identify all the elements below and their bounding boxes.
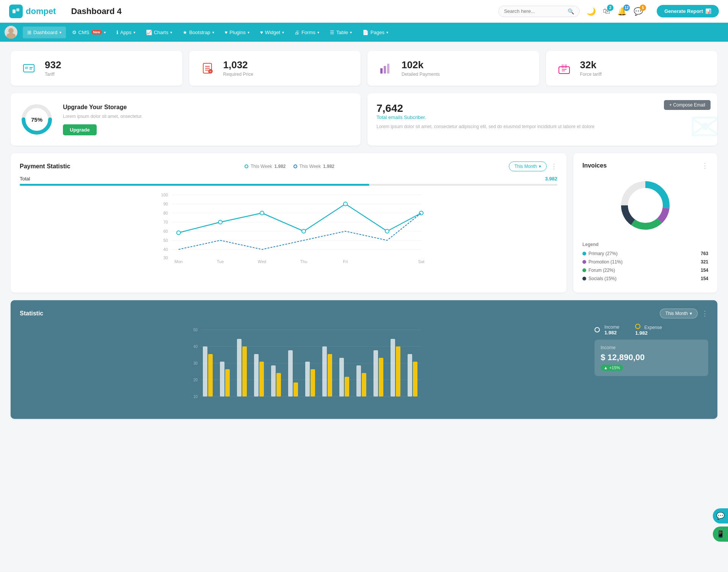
payment-progress-bar — [20, 184, 557, 186]
topbar-icons: 🌙 🛍 2 🔔 12 💬 5 Generate Report 📊 — [587, 5, 719, 17]
sidebar-item-plugins[interactable]: ♥ Plugins ▾ — [220, 27, 254, 38]
sidebar-item-forms[interactable]: 🖨 Forms ▾ — [290, 27, 324, 38]
stat-force-tariff-label: Force tariff — [580, 72, 602, 77]
sidebar-item-pages[interactable]: 📄 Pages ▾ — [358, 27, 393, 38]
legend-row-promotion: Promotion (11%) 321 — [582, 259, 708, 265]
stat-cards-row: 932 Tariff + 1,032 Required Price 102k D… — [11, 51, 717, 86]
dropdown-icon: ▾ — [539, 164, 541, 169]
svg-point-39 — [177, 231, 180, 235]
svg-text:Mon: Mon — [174, 259, 182, 264]
email-bg-icon: ✉ — [689, 105, 717, 146]
storage-text: Upgrade Your Storage Lorem ipsum dolor s… — [63, 104, 143, 135]
income-info: Income 1.982 — [604, 324, 619, 335]
charts-nav-icon: 📈 — [146, 30, 152, 35]
chat-icon[interactable]: 💬 5 — [634, 7, 643, 16]
legend-color-forum — [582, 268, 586, 272]
middle-row: 75% Upgrade Your Storage Lorem ipsum dol… — [11, 93, 717, 146]
forms-icon: 🖨 — [295, 30, 300, 35]
statistic-month-label: This Month — [665, 311, 688, 316]
income-value: 1.982 — [604, 330, 619, 335]
storage-percent: 75% — [31, 116, 42, 123]
income-item: Income 1.982 Expense 1.982 — [595, 324, 708, 336]
statistic-card: Statistic This Month ▾ ⋮ 50 40 30 20 10 — [11, 300, 717, 419]
legend-row-forum: Forum (22%) 154 — [582, 268, 708, 273]
chevron-down-icon-pages: ▾ — [386, 30, 388, 34]
income-box-label: Income — [601, 345, 702, 350]
email-description: Lorem ipsum dolor sit amet, consectetur … — [377, 123, 708, 130]
upgrade-button[interactable]: Upgrade — [63, 124, 97, 135]
income-expense-panel: Income 1.982 Expense 1.982 Income $ 12,8… — [595, 324, 708, 376]
svg-rect-67 — [203, 346, 207, 396]
statistic-title: Statistic — [20, 310, 43, 317]
income-arrow-icon: ▲ — [604, 365, 608, 370]
line-chart: 100 90 80 70 60 50 40 30 — [20, 191, 557, 268]
storage-description: Lorem ipsum dolor sit amet, onsectetur. — [63, 114, 143, 119]
nav-avatar — [5, 26, 17, 39]
svg-rect-83 — [339, 358, 344, 396]
widget-icon: ♥ — [260, 30, 263, 35]
chat-badge: 5 — [640, 5, 646, 11]
svg-rect-87 — [373, 350, 378, 396]
svg-text:Fri: Fri — [343, 259, 348, 264]
chevron-down-icon: ▾ — [60, 30, 61, 34]
this-month-label: This Month — [515, 164, 537, 169]
search-input[interactable] — [504, 8, 565, 14]
income-badge-value: +15% — [609, 365, 620, 370]
nav-pages-label: Pages — [370, 30, 384, 35]
legend-label-2: This Week — [300, 164, 321, 169]
pages-icon: 📄 — [362, 30, 369, 35]
svg-rect-78 — [293, 382, 298, 396]
shop-icon[interactable]: 🛍 2 — [603, 7, 610, 16]
sidebar-item-bootstrap[interactable]: ★ Bootstrap ▾ — [178, 27, 219, 38]
sidebar-item-charts[interactable]: 📈 Charts ▾ — [141, 27, 177, 38]
main-content: 932 Tariff + 1,032 Required Price 102k D… — [0, 42, 728, 428]
sidebar-item-dashboard[interactable]: ⊞ Dashboard ▾ — [23, 27, 66, 38]
stat-card-force-tariff: 32k Force tariff — [546, 51, 718, 86]
svg-text:Wed: Wed — [258, 259, 266, 264]
svg-rect-14 — [380, 68, 383, 74]
total-row: Total 3.982 — [20, 176, 557, 182]
theme-toggle-icon[interactable]: 🌙 — [587, 7, 596, 16]
svg-rect-16 — [387, 64, 389, 74]
svg-text:40: 40 — [163, 247, 168, 252]
chart-bar-icon: 📊 — [705, 8, 711, 14]
invoices-menu-icon[interactable]: ⋮ — [701, 161, 708, 170]
navbar: ⊞ Dashboard ▾ ⚙ CMS New ▾ ℹ Apps ▾ 📈 Cha… — [0, 23, 728, 42]
svg-rect-71 — [237, 339, 242, 396]
sidebar-item-cms[interactable]: ⚙ CMS New ▾ — [67, 27, 110, 38]
svg-point-2 — [8, 28, 14, 33]
statistic-controls: This Month ▾ ⋮ — [660, 309, 708, 318]
statistic-dropdown-icon: ▾ — [690, 311, 692, 316]
brand-name: dompet — [26, 6, 56, 16]
payment-controls: This Month ▾ ⋮ — [509, 161, 557, 171]
stat-required-price-label: Required Price — [223, 72, 253, 77]
svg-rect-69 — [220, 362, 224, 396]
nav-charts-label: Charts — [154, 30, 168, 35]
sidebar-item-widget[interactable]: ♥ Widget ▾ — [256, 27, 289, 38]
generate-report-button[interactable]: Generate Report 📊 — [657, 5, 719, 17]
bell-icon[interactable]: 🔔 12 — [617, 7, 627, 16]
stat-force-tariff-number: 32k — [580, 60, 602, 71]
logo-icon — [9, 5, 23, 18]
sidebar-item-apps[interactable]: ℹ Apps ▾ — [112, 27, 140, 38]
info-icon: ℹ — [116, 30, 118, 35]
statistic-menu-icon[interactable]: ⋮ — [701, 309, 708, 318]
email-number: 7,642 — [377, 102, 708, 114]
bar-chart-area: 50 40 30 20 10 — [20, 324, 587, 411]
generate-report-label: Generate Report — [664, 8, 703, 14]
stat-tariff-info: 932 Tariff — [45, 60, 61, 77]
sidebar-item-table[interactable]: ☰ Table ▾ — [325, 27, 356, 38]
svg-text:+: + — [209, 70, 211, 74]
nav-bootstrap-label: Bootstrap — [189, 30, 210, 35]
legend-name-promotion: Promotion (11%) — [582, 259, 701, 265]
force-tariff-icon — [555, 59, 573, 77]
payment-title: Payment Statistic — [20, 163, 70, 170]
payment-menu-icon[interactable]: ⋮ — [551, 162, 557, 171]
svg-rect-88 — [379, 358, 383, 396]
this-month-button[interactable]: This Month ▾ — [509, 161, 547, 171]
statistic-this-month-button[interactable]: This Month ▾ — [660, 309, 698, 318]
income-dot — [595, 327, 600, 332]
legend-value-2: 1.982 — [323, 164, 334, 169]
svg-rect-18 — [562, 64, 564, 68]
legend-item-1: This Week 1.982 — [245, 164, 286, 169]
